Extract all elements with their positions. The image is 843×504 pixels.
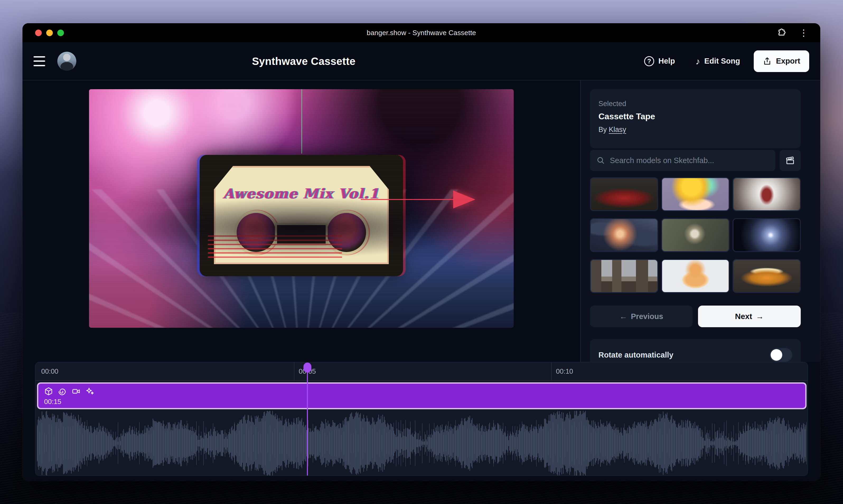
- ruler-mark: 00:00: [37, 362, 58, 380]
- selected-model-title: Cassette Tape: [599, 112, 792, 121]
- model-thumb-shiba-dog[interactable]: [661, 259, 729, 293]
- author-link[interactable]: Klasy: [609, 126, 626, 133]
- rotate-setting-card: Rotate automatically: [590, 339, 801, 362]
- video-preview[interactable]: Awesome Mix Vol.1: [89, 89, 514, 328]
- page-title: Synthwave Cassette: [231, 55, 376, 67]
- model-search[interactable]: [590, 150, 775, 171]
- model-thumb-abandoned-city[interactable]: [590, 259, 658, 293]
- browser-menu-icon[interactable]: ⋮: [797, 28, 810, 37]
- close-window-button[interactable]: [35, 30, 42, 36]
- arrow-left-icon: ←: [620, 312, 627, 321]
- selected-model-card: Selected Cassette Tape By Klasy: [590, 89, 801, 148]
- editor-main: Awesome Mix Vol.1 Landscape (16:9): [22, 80, 580, 362]
- maximize-window-button[interactable]: [57, 30, 64, 36]
- model-thumb-spiral-galaxy[interactable]: [733, 218, 801, 252]
- selected-eyebrow: Selected: [599, 100, 792, 108]
- model-thumb-skull[interactable]: [661, 218, 729, 252]
- clapperboard-icon: [785, 156, 795, 165]
- selected-model-author: By Klasy: [599, 126, 792, 134]
- help-button[interactable]: ? Help: [637, 51, 682, 72]
- model-thumb-anime-girl[interactable]: [661, 177, 729, 211]
- titlebar: banger.show - Synthwave Cassette ⋮: [22, 23, 820, 42]
- next-page-button[interactable]: Next →: [698, 306, 801, 327]
- previous-page-button[interactable]: ← Previous: [590, 306, 693, 327]
- app-window: banger.show - Synthwave Cassette ⋮ Synth…: [22, 23, 820, 481]
- rotate-automatically-label: Rotate automatically: [599, 351, 673, 359]
- film-grain-overlay: [89, 89, 514, 328]
- sketchfab-browse-button[interactable]: [780, 150, 801, 171]
- traffic-lights: [35, 23, 64, 42]
- arrow-right-icon: →: [756, 312, 764, 321]
- timeline-ruler[interactable]: 00:00 00:05 00:10: [35, 362, 808, 381]
- search-icon: [596, 156, 605, 165]
- spiral-icon: [58, 387, 67, 396]
- help-icon: ?: [644, 56, 654, 66]
- model-grid: [590, 177, 801, 293]
- playhead-line: [307, 371, 308, 475]
- clip-duration-label: 00:15: [44, 398, 61, 406]
- audio-waveform: [37, 411, 807, 475]
- avatar[interactable]: [57, 52, 76, 71]
- ruler-mark: 00:10: [551, 362, 573, 380]
- model-thumb-storm-clouds-ship[interactable]: [590, 218, 658, 252]
- menu-icon[interactable]: [34, 55, 45, 67]
- playhead-handle[interactable]: [304, 363, 311, 373]
- scene-clip[interactable]: 00:15: [37, 382, 807, 409]
- app-header: Synthwave Cassette ? Help ♪ Edit Song Ex…: [22, 42, 820, 80]
- export-button[interactable]: Export: [754, 50, 809, 72]
- minimize-window-button[interactable]: [46, 30, 53, 36]
- extensions-icon[interactable]: [777, 28, 787, 37]
- model-thumb-orange-toy-car[interactable]: [733, 259, 801, 293]
- model-thumb-fantasy-warrior[interactable]: [733, 177, 801, 211]
- toggle-knob: [771, 349, 782, 361]
- window-title: banger.show - Synthwave Cassette: [22, 29, 820, 37]
- edit-song-button[interactable]: ♪ Edit Song: [689, 52, 747, 71]
- timeline: 00:00 00:05 00:10: [35, 362, 808, 476]
- cube-icon: [44, 387, 53, 396]
- video-camera-icon: [72, 387, 81, 396]
- sparkles-icon: [85, 387, 94, 396]
- model-thumb-red-sports-car[interactable]: [590, 177, 658, 211]
- rotate-automatically-toggle[interactable]: [770, 348, 792, 362]
- model-sidebar: Selected Cassette Tape By Klasy: [580, 80, 820, 362]
- export-icon: [763, 57, 772, 66]
- timeline-strip: 00:00 00:05 00:10: [22, 362, 820, 481]
- search-input[interactable]: [610, 156, 769, 165]
- music-note-icon: ♪: [695, 57, 700, 66]
- audio-track[interactable]: [37, 411, 807, 475]
